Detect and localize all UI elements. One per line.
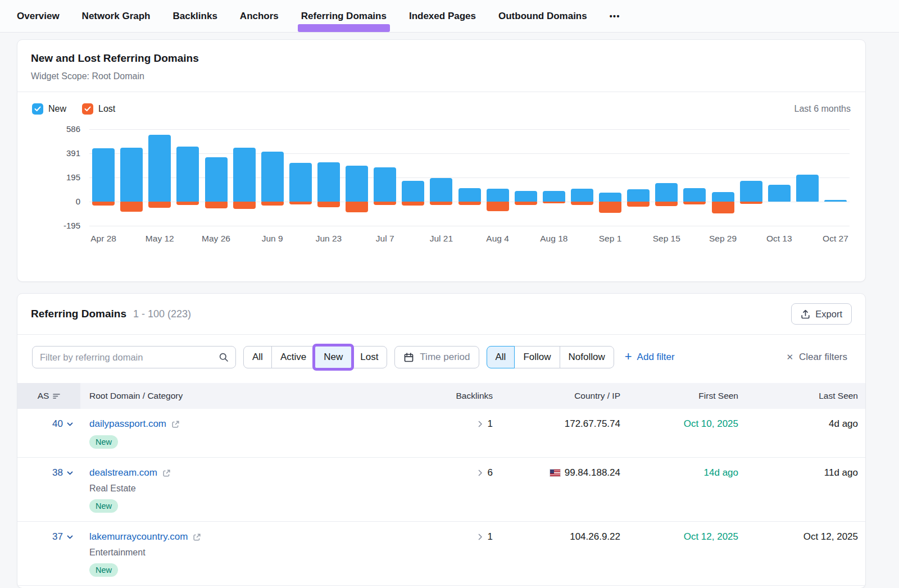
result-range-label: 1 - 100 (223) [133, 308, 191, 320]
status-option-lost[interactable]: Lost [351, 346, 387, 368]
domain-link[interactable]: lakemurraycountry.com [89, 531, 188, 543]
chart-bar-lost [148, 202, 171, 208]
domain-link-row: dailypassport.com [89, 418, 425, 430]
domain-link-row: lakemurraycountry.com [89, 531, 425, 543]
external-link-button[interactable] [193, 533, 201, 541]
as-expander[interactable]: 38 [52, 467, 73, 478]
chart-card: New and Lost Referring Domains Widget Sc… [17, 39, 866, 282]
follow-option-nofollow[interactable]: Nofollow [560, 346, 614, 368]
as-expander[interactable]: 40 [52, 418, 73, 430]
chart-bar-lost [515, 202, 537, 205]
chart-bar-lost [655, 202, 678, 206]
chart-bar-new [796, 175, 819, 202]
nav-item-referring-domains[interactable]: Referring Domains [301, 0, 387, 33]
chart-bar-lost [176, 202, 199, 205]
checkbox-lost[interactable] [82, 103, 93, 115]
country-ip-inner: 99.84.188.24 [550, 467, 620, 478]
as-expander[interactable]: 37 [52, 531, 73, 543]
domain-link[interactable]: dailypassport.com [89, 418, 166, 430]
search-button[interactable] [212, 347, 235, 368]
legend-item-new: New [32, 103, 66, 115]
chart-bar-lost [120, 202, 143, 212]
status-option-active[interactable]: Active [271, 346, 315, 368]
nav-item-label: Referring Domains [301, 11, 387, 22]
chart-bar-new [599, 193, 621, 202]
chart-bar-new [515, 191, 537, 202]
domain-link-row: dealstream.com [89, 467, 425, 478]
external-link-button[interactable] [171, 420, 180, 429]
filter-bar: AllActiveNewLost Time period AllFollowNo… [17, 335, 865, 368]
x-axis-label: May 26 [191, 234, 242, 244]
column-header-root-domain-category: Root Domain / Category [80, 383, 425, 409]
nav-item-outbound-domains[interactable]: Outbound Domains [498, 0, 587, 33]
checkbox-new[interactable] [32, 103, 43, 115]
category-label: Real Estate [89, 484, 425, 494]
x-axis-label: Oct 13 [754, 234, 805, 244]
external-link-icon [193, 533, 201, 541]
x-axis-label: Jul 7 [360, 234, 410, 244]
nav-item-indexed-pages[interactable]: Indexed Pages [409, 0, 476, 33]
y-axis-label: 0 [31, 197, 80, 206]
nav-item-backlinks[interactable]: Backlinks [172, 0, 217, 33]
column-header-as[interactable]: AS [17, 383, 80, 409]
x-axis-label: Aug 18 [529, 234, 579, 244]
chart-bar-lost [205, 202, 228, 208]
chart-bar-lost [430, 202, 452, 205]
status-filter-segment: AllActiveNewLost [243, 346, 387, 368]
chart-bar-new [92, 148, 115, 202]
segment-label: All [496, 352, 506, 363]
follow-option-follow[interactable]: Follow [514, 346, 560, 368]
column-header-backlinks: Backlinks [425, 383, 493, 409]
clear-filters-button[interactable]: ✕ Clear filters [783, 351, 851, 363]
backlinks-cell: 1 [425, 409, 493, 457]
chart-bar-new [374, 167, 396, 202]
country-ip-inner: 172.67.75.74 [565, 418, 620, 430]
ip-value: 99.84.188.24 [565, 467, 620, 478]
table-title: Referring Domains [31, 308, 126, 320]
nav-item-label: Anchors [240, 11, 279, 22]
add-filter-button[interactable]: + Add filter [621, 352, 678, 363]
chart-gridline [89, 226, 850, 226]
time-period-button[interactable]: Time period [394, 346, 479, 368]
status-badge: New [89, 499, 118, 513]
x-axis-label: Apr 28 [78, 234, 129, 244]
backlinks-expander[interactable]: 1 [478, 418, 493, 430]
table-row: 40dailypassport.comNew1172.67.75.74Oct 1… [17, 409, 865, 458]
chevron-down-icon [67, 471, 73, 475]
x-axis-label: Sep 1 [585, 234, 635, 244]
status-option-new[interactable]: New [315, 346, 352, 368]
column-header-country-ip: Country / IP [493, 383, 620, 409]
external-link-icon [171, 420, 180, 429]
nav-more-button[interactable]: ••• [610, 0, 620, 33]
domain-filter-input[interactable] [33, 352, 212, 363]
x-axis-label: Sep 29 [698, 234, 748, 244]
column-header-label: Country / IP [574, 391, 620, 401]
us-flag-icon [550, 470, 560, 476]
backlinks-expander[interactable]: 1 [478, 531, 493, 543]
country-ip-cell: 172.67.75.74 [493, 409, 620, 457]
nav-item-label: Overview [17, 11, 60, 22]
nav-item-overview[interactable]: Overview [17, 0, 60, 33]
chart-bar-lost [458, 202, 481, 205]
time-period-label: Time period [420, 352, 470, 363]
export-button[interactable]: Export [791, 303, 852, 325]
domain-link[interactable]: dealstream.com [89, 467, 157, 478]
nav-item-network-graph[interactable]: Network Graph [82, 0, 151, 33]
backlinks-expander[interactable]: 6 [478, 467, 493, 478]
x-axis-label: Jul 21 [416, 234, 466, 244]
nav-item-anchors[interactable]: Anchors [240, 0, 279, 33]
status-option-all[interactable]: All [243, 346, 272, 368]
y-axis-label: -195 [31, 221, 80, 230]
country-ip-cell: 104.26.9.22 [493, 522, 620, 585]
domain-cell: dailypassport.comNew [80, 409, 425, 457]
new-lost-domains-chart: 5863911950-195Apr 28May 12May 26Jun 9Jun… [31, 129, 852, 249]
table-row: 38dealstream.comReal EstateNew699.84.188… [17, 458, 865, 522]
chart-bar-new [402, 181, 424, 202]
close-icon: ✕ [786, 352, 793, 362]
external-link-button[interactable] [162, 469, 171, 477]
as-value: 38 [52, 467, 63, 478]
chart-bar-new [261, 152, 284, 202]
follow-option-all[interactable]: All [487, 346, 515, 368]
domain-filter-box [32, 346, 236, 368]
chart-bar-lost [233, 202, 256, 209]
